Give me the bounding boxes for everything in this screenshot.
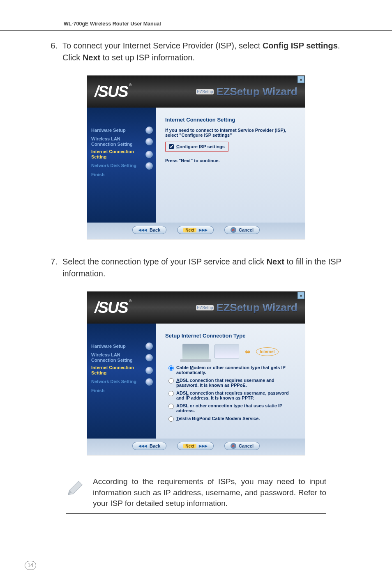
sidebar-item-label: Finish bbox=[91, 172, 104, 177]
step-dot-icon bbox=[145, 151, 153, 158]
router-icon bbox=[214, 345, 239, 358]
conn-type-option[interactable]: ADSL or other connection type that uses … bbox=[168, 403, 296, 413]
dialog2-footer: ◀◀◀Back Next▶▶▶ ✕Cancel bbox=[87, 439, 305, 455]
panel-intro: If you need to connect to Internet Servi… bbox=[165, 128, 296, 138]
asus-logo: /SUS® bbox=[95, 299, 131, 317]
radio-label: ADSL or other connection type that uses … bbox=[176, 403, 296, 413]
next-button[interactable]: Next▶▶▶ bbox=[177, 226, 214, 234]
sidebar-item-label: Hardware Setup bbox=[91, 128, 126, 133]
back-button[interactable]: ◀◀◀Back bbox=[132, 442, 166, 450]
dialog2-header: /SUS® EZSetup EZSetup Wizard bbox=[87, 292, 305, 324]
ezsetup-brand: EZSetup EZSetup Wizard bbox=[196, 85, 297, 98]
step6-bold1: Config ISP settings bbox=[263, 41, 338, 50]
step-7: 7. Select the connection type of your IS… bbox=[49, 256, 343, 280]
configure-isp-checkbox[interactable] bbox=[169, 144, 174, 149]
dialog1-footer: ◀◀◀Back Next▶▶▶ ✕Cancel bbox=[87, 223, 305, 239]
radio-label: ADSL connection that requires username a… bbox=[176, 378, 296, 388]
dialog1-body: Hardware Setup Wireless LAN Connection S… bbox=[87, 108, 305, 223]
back-button[interactable]: ◀◀◀Back bbox=[132, 226, 166, 234]
next-arrow-icon: ▶▶▶ bbox=[199, 444, 208, 448]
ezsetup-dialog-2: × /SUS® EZSetup EZSetup Wizard Hardware … bbox=[87, 291, 305, 455]
sidebar-item-label: Network Disk Setting bbox=[91, 163, 136, 168]
sidebar-item: Wireless LAN Connection Setting bbox=[91, 352, 152, 363]
panel-continue: Press "Next" to continue. bbox=[165, 158, 296, 163]
cancel-button[interactable]: ✕Cancel bbox=[224, 442, 260, 450]
page-header: WL-700gE Wireless Router User Manual bbox=[0, 0, 392, 31]
step-7-number: 7. bbox=[49, 256, 58, 268]
ezsetup-icon: EZSetup bbox=[196, 89, 214, 94]
step6-post: to set up ISP information. bbox=[100, 53, 195, 62]
sidebar-item: Finish bbox=[91, 172, 152, 177]
step-7-text: Select the connection type of your ISP s… bbox=[62, 256, 343, 280]
next-button[interactable]: Next▶▶▶ bbox=[177, 442, 214, 450]
sidebar-item: Wireless LAN Connection Setting bbox=[91, 136, 152, 147]
dialog2-main: Setup Internet Connection Type ⇔ Interne… bbox=[156, 324, 305, 439]
panel-title: Internet Connection Setting bbox=[165, 117, 296, 123]
manual-title: WL-700gE Wireless Router User Manual bbox=[64, 21, 161, 27]
dialog2-sidebar: Hardware Setup Wireless LAN Connection S… bbox=[87, 324, 156, 439]
back-arrow-icon: ◀◀◀ bbox=[138, 228, 147, 232]
asus-logo: /SUS® bbox=[95, 83, 131, 101]
radio-adsl-pppoe[interactable] bbox=[168, 378, 174, 384]
conn-type-option[interactable]: ADSL connection that requires username, … bbox=[168, 390, 296, 400]
note-text: According to the requirements of ISPs, y… bbox=[93, 476, 326, 509]
back-arrow-icon: ◀◀◀ bbox=[138, 444, 147, 448]
conn-type-option[interactable]: Cable Modem or other connection type tha… bbox=[168, 365, 296, 375]
step7-bold1: Next bbox=[267, 257, 284, 266]
radio-static-ip[interactable] bbox=[168, 404, 174, 409]
step6-bold2: Next bbox=[83, 53, 100, 62]
step-dot-icon bbox=[145, 162, 153, 170]
cancel-button[interactable]: ✕Cancel bbox=[224, 226, 260, 234]
step7-pre: Select the connection type of your ISP s… bbox=[62, 257, 267, 266]
sidebar-item-label: Network Disk Setting bbox=[91, 379, 136, 384]
back-label: Back bbox=[150, 443, 160, 448]
close-icon[interactable]: × bbox=[297, 292, 304, 299]
step-6-number: 6. bbox=[49, 40, 58, 52]
ezsetup-brand: EZSetup EZSetup Wizard bbox=[196, 301, 297, 314]
cancel-x-icon: ✕ bbox=[231, 227, 236, 233]
sidebar-item-label: Internet Connection Setting bbox=[91, 149, 141, 159]
step-dot-icon bbox=[145, 138, 153, 145]
sidebar-item-label: Finish bbox=[91, 388, 104, 393]
back-label: Back bbox=[150, 227, 160, 232]
step-dot-icon bbox=[145, 367, 153, 374]
cancel-label: Cancel bbox=[239, 227, 254, 232]
next-arrow-icon: ▶▶▶ bbox=[199, 228, 208, 232]
ezsetup-wizard-title: EZSetup Wizard bbox=[216, 301, 297, 314]
content-area: 6. To connect your Internet Service Prov… bbox=[0, 40, 392, 514]
internet-oval: Internet bbox=[256, 347, 279, 356]
cancel-label: Cancel bbox=[239, 443, 254, 448]
note-block: According to the requirements of ISPs, y… bbox=[66, 472, 326, 514]
conn-type-option[interactable]: Telstra BigPond Cable Modem Service. bbox=[168, 416, 296, 422]
radio-adsl-pptp[interactable] bbox=[168, 391, 174, 396]
sidebar-item-label: Wireless LAN Connection Setting bbox=[91, 352, 141, 363]
configure-isp-checkbox-row[interactable]: Configure ISP settings bbox=[165, 142, 228, 152]
sidebar-item: Internet Connection Setting bbox=[91, 365, 152, 375]
sidebar-item: Internet Connection Setting bbox=[91, 149, 152, 159]
step-6-text: To connect your Internet Service Provide… bbox=[62, 40, 343, 64]
sidebar-item-label: Hardware Setup bbox=[91, 344, 126, 349]
step-dot-icon bbox=[145, 378, 153, 386]
dialog1-wrap: × /SUS® EZSetup EZSetup Wizard Hardware … bbox=[49, 75, 343, 239]
sidebar-item: Hardware Setup bbox=[91, 126, 152, 134]
conn-type-option[interactable]: ADSL connection that requires username a… bbox=[168, 378, 296, 388]
ezsetup-icon: EZSetup bbox=[196, 305, 214, 310]
radio-telstra[interactable] bbox=[168, 416, 174, 422]
connection-type-radios: Cable Modem or other connection type tha… bbox=[168, 365, 296, 422]
next-label: Next bbox=[183, 228, 196, 232]
radio-label: ADSL connection that requires username, … bbox=[176, 390, 296, 400]
ezsetup-dialog-1: × /SUS® EZSetup EZSetup Wizard Hardware … bbox=[87, 75, 305, 239]
dialog2-wrap: × /SUS® EZSetup EZSetup Wizard Hardware … bbox=[49, 291, 343, 455]
dialog2-body: Hardware Setup Wireless LAN Connection S… bbox=[87, 324, 305, 439]
dialog1-sidebar: Hardware Setup Wireless LAN Connection S… bbox=[87, 108, 156, 223]
configure-isp-label: Configure ISP settings bbox=[176, 144, 225, 149]
radio-label: Cable Modem or other connection type tha… bbox=[176, 365, 296, 375]
step-dot-icon bbox=[145, 126, 153, 134]
radio-label: Telstra BigPond Cable Modem Service. bbox=[176, 416, 260, 421]
close-icon[interactable]: × bbox=[297, 76, 304, 83]
sidebar-item-label: Wireless LAN Connection Setting bbox=[91, 136, 141, 147]
radio-cable-modem[interactable] bbox=[168, 365, 174, 371]
sidebar-item: Hardware Setup bbox=[91, 342, 152, 350]
connection-diagram: ⇔ Internet bbox=[165, 344, 296, 359]
page-number: 14 bbox=[25, 561, 36, 570]
